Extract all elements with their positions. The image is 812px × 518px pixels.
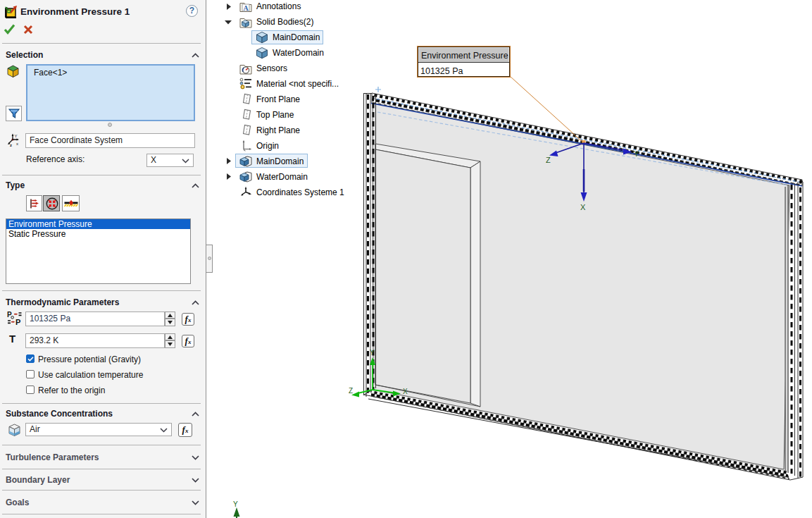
svg-text:X: X: [580, 203, 586, 211]
svg-text:101325 Pa: 101325 Pa: [420, 66, 463, 76]
svg-text:X: X: [403, 388, 408, 395]
svg-text:P: P: [15, 318, 20, 326]
svg-text:A: A: [244, 4, 249, 12]
svg-text:z: z: [10, 143, 12, 147]
svg-text:Y: Y: [233, 500, 238, 508]
svg-text:x: x: [16, 142, 18, 146]
svg-text:Environment Pressure: Environment Pressure: [421, 51, 508, 61]
svg-text:Y: Y: [370, 349, 375, 357]
svg-text:Y: Y: [15, 134, 18, 138]
svg-text:Y: Y: [634, 149, 639, 158]
svg-text:Z: Z: [349, 387, 353, 395]
svg-text:Z: Z: [546, 156, 551, 164]
